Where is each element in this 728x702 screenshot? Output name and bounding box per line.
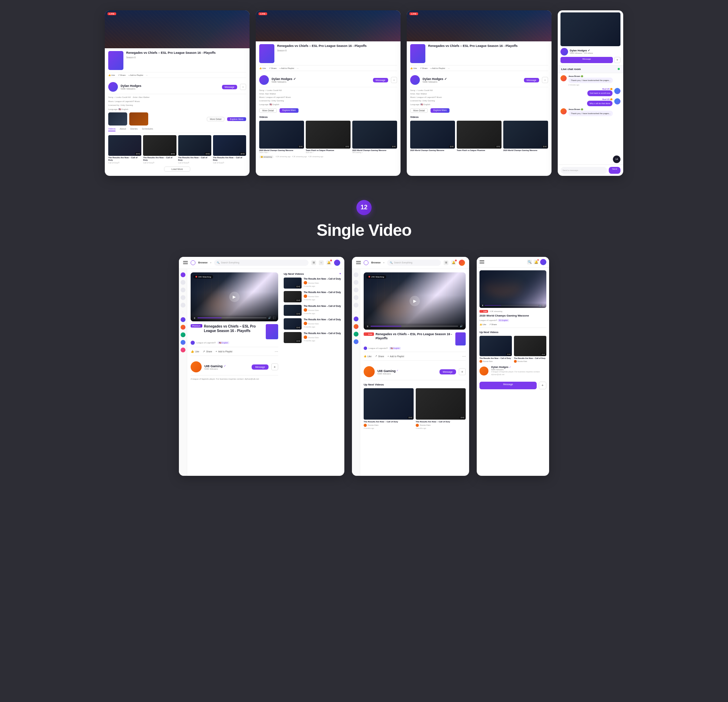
message-button-3[interactable]: Message — [524, 78, 539, 83]
msg-btn-m[interactable]: Message — [439, 369, 456, 375]
load-more-btn[interactable]: Load More — [164, 166, 190, 172]
more-options-btn[interactable]: ··· — [275, 349, 278, 354]
add-playlist-m[interactable]: + Add to Playlist — [387, 355, 404, 358]
sidebar-following-3[interactable] — [181, 332, 185, 337]
chat-send-btn[interactable]: Send — [609, 167, 620, 174]
small-pause[interactable]: ⏸ — [481, 304, 484, 307]
video-info: Renegades vs Chiefs – ESL Pro League Sea… — [108, 51, 246, 70]
hamburger-sm[interactable] — [480, 260, 484, 263]
mobile-channel-name: Dylan Hodges — [491, 365, 508, 369]
like-sm[interactable]: 👍 Like — [480, 323, 486, 326]
channel-message-btn[interactable]: Message — [251, 365, 268, 370]
share-sm[interactable]: ↗ Share — [489, 323, 497, 326]
chat-input-field[interactable]: Send a message... — [560, 167, 607, 174]
nav-bar-sm: 🔍 🔔 — [477, 257, 549, 268]
video-info-3: Renegades vs Chiefs – ESL Pro League Sea… — [410, 44, 548, 63]
more-detail-btn[interactable]: More Detail — [207, 117, 224, 122]
notif-m[interactable]: 🔔 — [451, 260, 456, 265]
dropdown-icon-m[interactable]: ▾ — [383, 261, 384, 264]
channel-avatar-2 — [259, 75, 269, 85]
video-cover-thumbnail — [266, 324, 278, 339]
user-icon[interactable]: ○ — [319, 260, 324, 265]
volume-btn[interactable]: 🔊 — [268, 317, 271, 319]
hamburger-icon[interactable] — [183, 261, 188, 264]
sidebar-following-1[interactable] — [181, 317, 185, 322]
tab-videos[interactable]: Videos — [108, 127, 116, 131]
follow-button-3[interactable]: + — [542, 77, 548, 83]
upnext-view-all[interactable]: ▾ — [339, 272, 341, 275]
user-avatar[interactable] — [334, 260, 340, 266]
tab-schedules[interactable]: Schedules — [142, 127, 153, 131]
small-vol[interactable]: 🔊 — [539, 304, 542, 307]
browse-label[interactable]: Browse — [198, 261, 208, 264]
sidebar-following-4[interactable] — [181, 340, 185, 345]
message-button[interactable]: Message — [222, 85, 237, 89]
upnext-item-4: 10:42 The Results Are Now – Call of Duty… — [284, 318, 341, 330]
search-bar-m[interactable]: 🔍 Search Everything — [387, 260, 441, 266]
more-detail-btn-3[interactable]: More Detail — [410, 108, 428, 113]
like-m[interactable]: 👍 Like — [364, 355, 371, 358]
add-playlist-btn[interactable]: + Add to Playlist — [128, 74, 143, 76]
video-actions-m: 👍 Like ↗ Share + Add to Playlist ··· — [364, 352, 466, 360]
hamburger-icon-m[interactable] — [356, 261, 361, 264]
user-avatar-sm[interactable] — [540, 259, 546, 265]
sidebar-settings[interactable] — [181, 303, 185, 308]
share-btn[interactable]: ↗ Share — [118, 74, 126, 76]
follow-button[interactable]: + — [240, 84, 246, 90]
add-playlist-action[interactable]: + Add to Playlist — [215, 350, 232, 353]
more-m[interactable]: ··· — [462, 354, 466, 359]
pause-btn[interactable]: ⏸ — [194, 317, 196, 319]
small-fullscreen[interactable]: ⛶ — [543, 304, 544, 307]
play-button[interactable]: ▶ — [229, 292, 240, 302]
tab-stories[interactable]: Stories — [130, 127, 138, 131]
sidebar-browse[interactable] — [181, 280, 185, 285]
fullscreen-btn[interactable]: ⛶ — [273, 317, 275, 319]
vol-m[interactable]: 🔊 — [460, 325, 463, 327]
player-controls: ⏸ 🔊 ⛶ — [191, 314, 278, 321]
like-btn[interactable]: 👍 Like — [108, 74, 115, 76]
grid-icon-m[interactable]: ⊞ — [443, 260, 448, 265]
channel-follow-btn[interactable]: + — [271, 363, 278, 370]
explore-btn-2[interactable]: Explore More — [280, 108, 299, 113]
sidebar-search[interactable] — [181, 288, 185, 292]
grid-icon[interactable]: ⊞ — [311, 260, 316, 265]
pause-m[interactable]: ⏸ — [366, 325, 369, 327]
sidebar-following-5[interactable] — [181, 347, 185, 352]
bottom-section: Browse ▾ 🔍 Search Everything ⊞ ○ 🔔 — [0, 250, 728, 489]
explore-btn[interactable]: Explore More — [227, 117, 246, 121]
message-button-2[interactable]: Message — [373, 78, 388, 83]
video-card-3: 10:42 2020 World Champs Gaming Warzone U… — [352, 121, 397, 153]
bell-icon-sm[interactable]: 🔔 — [534, 260, 539, 265]
search-icon-sm[interactable]: 🔍 — [527, 260, 532, 265]
mobile-msg-btn[interactable]: Message — [480, 382, 537, 389]
browse-label-m[interactable]: Browse — [371, 261, 381, 264]
watching-badge: 34K Watching — [194, 275, 213, 279]
mobile-follow-btn[interactable]: + — [539, 382, 546, 389]
sidebar-home[interactable] — [181, 272, 185, 277]
games-row: More Detail Explore More — [108, 112, 246, 126]
tab-about[interactable]: About — [120, 127, 126, 131]
share-action[interactable]: ↗ Share — [203, 350, 212, 353]
like-action[interactable]: 👍 Like — [191, 350, 199, 353]
explore-btn-3[interactable]: Explore More — [430, 108, 449, 113]
chat-message-btn[interactable]: Message — [560, 57, 613, 63]
follow-m[interactable]: + — [459, 368, 466, 375]
progress-bar[interactable] — [198, 318, 266, 318]
notification-bell[interactable]: 🔔 — [326, 260, 331, 265]
sidebar-following-2[interactable] — [181, 325, 185, 330]
chat-messages: Jesus Brown 🟢 Thank you, I have bookmark… — [558, 73, 623, 154]
follow-button-2[interactable]: + — [391, 77, 397, 83]
sidebar-user[interactable] — [181, 295, 185, 300]
chat-follow-btn[interactable]: + — [614, 57, 620, 63]
more-detail-btn-2[interactable]: More Detail — [259, 108, 277, 113]
share-m[interactable]: ↗ Share — [375, 355, 384, 358]
video-cover — [108, 51, 123, 70]
dropdown-icon[interactable]: ▾ — [210, 261, 211, 264]
mockup-channel-1: LIVE Renegades vs Chiefs – ESL Pro Leagu… — [105, 10, 250, 176]
chat-avatar-1 — [560, 75, 567, 81]
search-bar[interactable]: 🔍 Search Everything — [214, 260, 309, 266]
more-btn[interactable]: ··· — [146, 74, 147, 76]
play-btn-m[interactable]: ▶ — [409, 296, 420, 306]
nav-bar-large: Browse ▾ 🔍 Search Everything ⊞ ○ 🔔 — [179, 257, 344, 269]
user-avatar-m[interactable] — [459, 260, 465, 266]
